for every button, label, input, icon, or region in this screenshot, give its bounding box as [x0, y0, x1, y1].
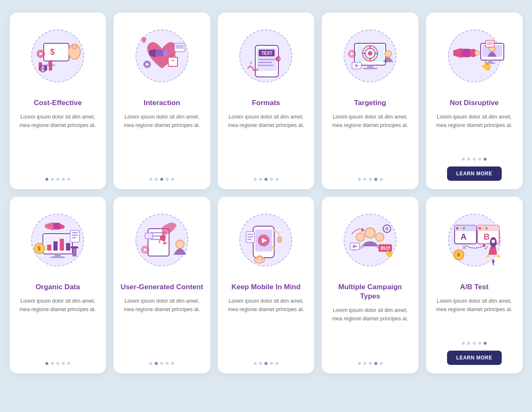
card-desc-user-generated-content: Lorem ipsum dolor sit dim amet, mea regi… [120, 297, 204, 355]
card-desc-not-disruptive: Lorem ipsum dolor sit dim amet, mea regi… [433, 113, 516, 151]
dot-formats-4[interactable] [275, 178, 278, 181]
dot-keep-mobile-in-mind-1[interactable] [259, 362, 262, 365]
dot-multiple-campaign-types-0[interactable] [358, 362, 361, 365]
svg-text:$: $ [37, 245, 41, 252]
card-keep-mobile-in-mind: ★ Keep Mobile In MindLorem ipsum dolor s… [218, 197, 315, 373]
dot-ab-test-2[interactable] [473, 342, 476, 345]
dots-cost-effective [45, 178, 70, 181]
card-title-ab-test: A/B Test [460, 283, 489, 292]
dot-targeting-3[interactable] [374, 178, 377, 181]
dots-ab-test [462, 342, 487, 345]
svg-point-125 [485, 227, 488, 230]
dot-multiple-campaign-types-2[interactable] [369, 362, 372, 365]
svg-point-97 [254, 256, 265, 263]
card-title-multiple-campaign-types: Multiple Campaign Types [328, 283, 412, 301]
dot-not-disruptive-2[interactable] [473, 158, 476, 161]
illustration-formats: TEXT ♪ [230, 20, 302, 92]
card-ab-test: A B ✕ ✓ A A/B TestLorem ipsum dolor sit … [426, 197, 523, 373]
dot-not-disruptive-3[interactable] [478, 158, 481, 161]
dot-user-generated-content-1[interactable] [155, 362, 158, 365]
dot-organic-data-2[interactable] [56, 362, 59, 365]
dot-multiple-campaign-types-3[interactable] [374, 362, 377, 365]
dot-not-disruptive-4[interactable] [484, 158, 487, 161]
svg-rect-66 [47, 245, 51, 251]
svg-rect-99 [247, 234, 253, 235]
svg-text:TEXT: TEXT [262, 51, 273, 55]
dot-user-generated-content-4[interactable] [171, 362, 174, 365]
dot-targeting-2[interactable] [369, 178, 372, 181]
card-desc-cost-effective: Lorem ipsum dolor sit dim amet, mea regi… [16, 113, 100, 171]
card-multiple-campaign-types: BUY 👆 Multiple Campaign TypesLorem ipsum… [322, 197, 418, 373]
dot-not-disruptive-0[interactable] [462, 158, 465, 161]
dot-user-generated-content-3[interactable] [166, 362, 169, 365]
dot-formats-3[interactable] [270, 178, 273, 181]
dot-interaction-3[interactable] [166, 178, 169, 181]
svg-rect-70 [55, 254, 61, 256]
dot-ab-test-1[interactable] [467, 342, 470, 345]
dot-organic-data-3[interactable] [62, 362, 65, 365]
svg-point-133 [492, 240, 495, 243]
dots-targeting [358, 178, 383, 181]
card-title-organic-data: Organic Data [35, 283, 80, 292]
dot-not-disruptive-1[interactable] [467, 158, 470, 161]
dot-ab-test-3[interactable] [478, 342, 481, 345]
dot-formats-0[interactable] [254, 178, 257, 181]
illustration-organic-data: $ [22, 204, 93, 276]
dot-cost-effective-0[interactable] [45, 178, 48, 181]
dot-targeting-1[interactable] [363, 178, 366, 181]
learn-more-button-not-disruptive[interactable]: LEARN MORE [447, 166, 502, 181]
card-title-targeting: Targeting [354, 98, 386, 108]
dot-interaction-4[interactable] [171, 178, 174, 181]
dot-keep-mobile-in-mind-3[interactable] [270, 362, 273, 365]
dot-multiple-campaign-types-4[interactable] [380, 362, 383, 365]
dots-keep-mobile-in-mind [254, 362, 278, 365]
dot-formats-1[interactable] [259, 178, 262, 181]
svg-rect-16 [156, 50, 163, 56]
dot-targeting-0[interactable] [358, 178, 361, 181]
dot-organic-data-4[interactable] [67, 362, 70, 365]
dot-interaction-0[interactable] [149, 178, 152, 181]
svg-point-52 [475, 50, 480, 55]
learn-more-button-ab-test[interactable]: LEARN MORE [447, 351, 502, 365]
dot-user-generated-content-2[interactable] [160, 362, 163, 365]
svg-point-105 [376, 233, 384, 241]
dot-keep-mobile-in-mind-2[interactable] [265, 362, 267, 365]
dot-cost-effective-3[interactable] [62, 178, 65, 181]
svg-rect-101 [247, 239, 251, 240]
illustration-keep-mobile-in-mind: ★ [230, 204, 302, 276]
card-cost-effective: $ Cost-EffectiveLorem ipsum dolor sit di… [10, 13, 106, 189]
dot-targeting-4[interactable] [380, 178, 383, 181]
svg-rect-27 [258, 59, 275, 60]
dot-cost-effective-2[interactable] [56, 178, 59, 181]
illustration-targeting [334, 20, 406, 92]
svg-text:A: A [461, 232, 466, 241]
dots-not-disruptive [462, 158, 487, 161]
card-grid: $ Cost-EffectiveLorem ipsum dolor sit di… [10, 13, 523, 373]
dot-user-generated-content-0[interactable] [149, 362, 152, 365]
svg-rect-100 [247, 236, 253, 238]
dot-keep-mobile-in-mind-4[interactable] [275, 362, 278, 365]
svg-rect-78 [72, 235, 78, 236]
dot-keep-mobile-in-mind-0[interactable] [254, 362, 257, 365]
dot-organic-data-0[interactable] [45, 362, 48, 365]
svg-point-11 [41, 67, 45, 70]
dot-interaction-1[interactable] [155, 178, 158, 181]
dot-cost-effective-4[interactable] [67, 178, 70, 181]
svg-text:👆: 👆 [384, 248, 394, 258]
card-title-cost-effective: Cost-Effective [34, 98, 82, 108]
svg-rect-89 [145, 233, 153, 239]
svg-rect-67 [53, 241, 58, 251]
dot-ab-test-0[interactable] [462, 342, 465, 345]
illustration-multiple-campaign-types: BUY 👆 [334, 204, 406, 276]
svg-text:👆: 👆 [481, 60, 492, 71]
dot-cost-effective-1[interactable] [51, 178, 54, 181]
card-title-keep-mobile-in-mind: Keep Mobile In Mind [231, 283, 300, 292]
svg-text:B: B [484, 232, 490, 241]
dot-multiple-campaign-types-1[interactable] [363, 362, 366, 365]
illustration-cost-effective: $ [22, 20, 93, 92]
dot-formats-2[interactable] [265, 178, 267, 181]
dot-ab-test-4[interactable] [484, 342, 487, 345]
dot-organic-data-1[interactable] [51, 362, 54, 365]
svg-point-112 [385, 227, 389, 230]
dot-interaction-2[interactable] [160, 178, 163, 181]
